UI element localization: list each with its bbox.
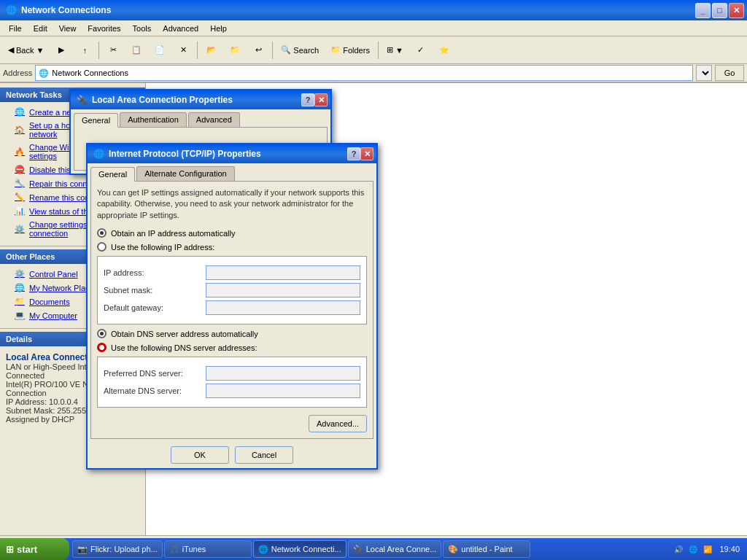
address-input[interactable]: 🌐 Network Connections [35, 65, 693, 81]
subnet-row: Subnet mask: [104, 283, 360, 298]
alternate-dns-row: Alternate DNS server: [104, 384, 360, 398]
menu-view[interactable]: View [53, 23, 82, 34]
cut-button[interactable]: ✂ [102, 39, 124, 61]
copy-icon: 📋 [131, 45, 142, 55]
docs-icon: 📁 [15, 297, 25, 306]
lan-tab-general[interactable]: General [74, 113, 118, 128]
move-button[interactable]: 📂 [201, 39, 222, 61]
taskbar-items: 📷 Flickr: Upload ph... 🎵 iTunes 🌐 Networ… [69, 540, 668, 558]
copy2-button[interactable]: 📁 [224, 39, 246, 61]
ok-button[interactable]: OK [171, 446, 229, 464]
lan-close-button[interactable]: ✕ [314, 93, 328, 106]
tray-icon-3: 📶 [702, 543, 713, 555]
lan-tab-bar: General Authentication Advanced [71, 109, 330, 127]
folders-label: Folders [343, 46, 370, 55]
mynet-icon: 🌐 [15, 283, 25, 292]
manual-dns-row: Use the following DNS server addresses: [97, 343, 367, 352]
ip-address-row: IP address: [104, 265, 360, 280]
taskbar-item-itunes[interactable]: 🎵 iTunes [164, 540, 252, 558]
manual-ip-radio[interactable] [97, 242, 107, 252]
toolbar-sep-3 [272, 42, 273, 59]
taskbar-item-flickr[interactable]: 📷 Flickr: Upload ph... [72, 540, 163, 558]
flickr-icon: 📷 [77, 545, 88, 554]
star-icon: ⭐ [439, 45, 449, 55]
ip-field-group: IP address: Subnet mask: Default gateway… [97, 256, 367, 324]
address-icon: 🌐 [39, 69, 49, 78]
ip-address-input[interactable] [206, 265, 360, 280]
preferred-dns-input[interactable] [206, 366, 360, 381]
manual-ip-row: Use the following IP address: [97, 242, 367, 252]
views-icon: ⊞ [387, 45, 393, 55]
taskbar-item-paint[interactable]: 🎨 untitled - Paint [443, 540, 530, 558]
taskbar-item-network[interactable]: 🌐 Network Connecti... [253, 540, 347, 558]
title-bar-icon: 🌐 [6, 5, 17, 15]
firewall-icon: 🔥 [15, 147, 25, 157]
check-button[interactable]: ✓ [410, 39, 432, 61]
tcpip-help-button[interactable]: ? [347, 147, 360, 160]
star-button[interactable]: ⭐ [433, 39, 455, 61]
folders-button[interactable]: 📁 Folders [325, 39, 375, 61]
tcpip-close-button[interactable]: ✕ [360, 147, 374, 160]
back-label: Back [16, 46, 34, 55]
menu-help[interactable]: Help [204, 23, 233, 34]
lan-dialog-title-label: Local Area Connection Properties [92, 95, 233, 105]
lan-tab-advanced[interactable]: Advanced [188, 112, 240, 127]
tcpip-description: You can get IP settings assigned automat… [97, 187, 367, 221]
status-icon: 📊 [15, 206, 25, 216]
go-button[interactable]: Go [715, 65, 744, 81]
menu-edit[interactable]: Edit [28, 23, 53, 34]
subnet-input[interactable] [206, 283, 360, 298]
start-button[interactable]: ⊞ start [0, 538, 69, 560]
title-bar: 🌐 Network Connections _ □ ✕ [0, 0, 747, 20]
create-icon: 🌐 [15, 107, 25, 117]
maximize-button[interactable]: □ [712, 3, 727, 18]
tcpip-dialog: 🌐 Internet Protocol (TCP/IP) Properties … [86, 143, 378, 470]
back-button[interactable]: ◀ Back ▼ [3, 39, 49, 61]
toolbar: ◀ Back ▼ ▶ ↑ ✂ 📋 📄 ✕ 📂 📁 ↩ 🔍 Search 📁 Fo… [0, 36, 747, 64]
start-label: start [17, 544, 37, 555]
menu-favorites[interactable]: Favorites [82, 23, 126, 34]
gateway-input[interactable] [206, 300, 360, 315]
menu-tools[interactable]: Tools [127, 23, 158, 34]
delete-button[interactable]: ✕ [172, 39, 194, 61]
forward-button[interactable]: ▶ [50, 39, 72, 61]
up-icon: ↑ [83, 46, 88, 55]
address-dropdown[interactable] [696, 65, 712, 81]
auto-ip-label: Obtain an IP address automatically [111, 229, 235, 238]
ip-address-label: IP address: [104, 268, 206, 277]
menu-file[interactable]: File [3, 23, 28, 34]
undo-button[interactable]: ↩ [247, 39, 269, 61]
paste-icon: 📄 [155, 45, 165, 55]
repair-icon: 🔧 [15, 179, 25, 188]
control-icon: ⚙️ [15, 269, 25, 279]
minimize-button[interactable]: _ [695, 3, 711, 18]
auto-ip-radio[interactable] [97, 228, 107, 238]
disable-icon: ⛔ [15, 165, 25, 174]
alternate-dns-input[interactable] [206, 384, 360, 398]
taskbar-tray: 🔊 🌐 📶 19:40 [668, 543, 747, 555]
network-taskbar-icon: 🌐 [258, 545, 268, 554]
folders-icon: 📁 [330, 45, 341, 55]
tcpip-tab-general[interactable]: General [90, 167, 135, 182]
copy-button[interactable]: 📋 [125, 39, 147, 61]
menu-advanced[interactable]: Advanced [157, 23, 204, 34]
tcpip-tab-alternate[interactable]: Alternate Configuration [136, 166, 235, 181]
views-button[interactable]: ⊞ ▼ [382, 39, 409, 61]
subnet-label: Subnet mask: [104, 286, 206, 295]
title-bar-content: 🌐 Network Connections [3, 5, 694, 15]
up-button[interactable]: ↑ [74, 39, 96, 61]
taskbar-item-lan[interactable]: 🔌 Local Area Conne... [348, 540, 442, 558]
undo-icon: ↩ [255, 45, 262, 55]
search-button[interactable]: 🔍 Search [276, 39, 324, 61]
manual-dns-radio[interactable] [97, 343, 107, 352]
lan-dialog-title: 🔌 Local Area Connection Properties ? ✕ [71, 90, 330, 109]
address-label: Address [3, 69, 32, 77]
lan-tab-auth[interactable]: Authentication [120, 112, 187, 127]
advanced-button[interactable]: Advanced... [309, 415, 367, 432]
auto-dns-radio[interactable] [97, 329, 107, 338]
paste-button[interactable]: 📄 [149, 39, 171, 61]
views-dropdown-icon: ▼ [395, 46, 403, 55]
cancel-button[interactable]: Cancel [235, 446, 293, 464]
close-button[interactable]: ✕ [729, 3, 744, 18]
lan-help-button[interactable]: ? [301, 93, 314, 106]
